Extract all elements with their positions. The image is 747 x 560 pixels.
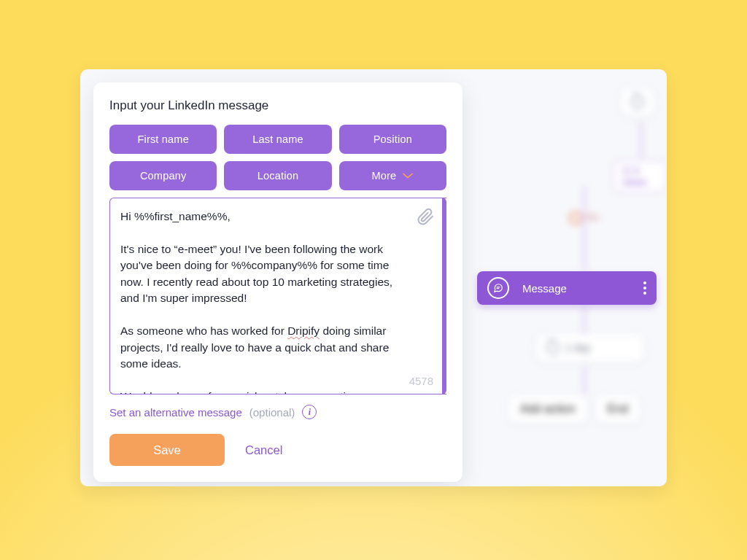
flow-line bbox=[584, 367, 585, 394]
flow-end-button[interactable]: End bbox=[595, 394, 640, 424]
optional-label: (optional) bbox=[249, 406, 295, 419]
flow-branch-no: No bbox=[569, 211, 599, 225]
token-row-1: First name Last name Position bbox=[109, 125, 446, 154]
flow-add-action-button[interactable]: Add action bbox=[508, 394, 588, 424]
flow-no-text: No bbox=[587, 211, 599, 222]
character-count: 4578 bbox=[406, 375, 433, 387]
alternative-message-row: Set an alternative message (optional) i bbox=[109, 405, 446, 419]
flow-condition-viewed: ☑ If viewe bbox=[613, 160, 667, 192]
editor-scrollbar[interactable] bbox=[442, 198, 446, 394]
token-position[interactable]: Position bbox=[339, 125, 446, 154]
flow-node-top bbox=[620, 88, 655, 117]
flow-line bbox=[584, 307, 585, 333]
flow-add-row: Add action End bbox=[508, 394, 640, 424]
save-button[interactable]: Save bbox=[109, 434, 225, 466]
no-dot-icon bbox=[569, 211, 582, 225]
linkedin-message-modal: Input your LinkedIn message First name L… bbox=[93, 82, 462, 482]
token-row-2: Company Location More bbox=[109, 161, 446, 190]
set-alternative-link[interactable]: Set an alternative message bbox=[109, 406, 242, 419]
flow-delay-text: 1 day bbox=[565, 342, 590, 354]
info-icon[interactable]: i bbox=[302, 405, 317, 419]
modal-button-row: Save Cancel bbox=[109, 434, 446, 466]
flow-message-node[interactable]: Message bbox=[477, 271, 657, 305]
flow-delay-node: 1 day bbox=[535, 333, 645, 362]
chat-bubble-icon bbox=[487, 277, 509, 299]
modal-title: Input your LinkedIn message bbox=[109, 98, 446, 113]
token-first-name[interactable]: First name bbox=[109, 125, 217, 154]
app-stage: ☑ If viewe No 1 day Add action End Messa… bbox=[80, 69, 667, 486]
timer-icon bbox=[631, 96, 644, 109]
token-more-dropdown[interactable]: More bbox=[339, 161, 446, 190]
token-location[interactable]: Location bbox=[224, 161, 331, 190]
token-more-label: More bbox=[371, 170, 396, 182]
flow-line bbox=[584, 230, 585, 270]
message-editor[interactable]: Hi %%first_name%%, It's nice to “e-meet”… bbox=[109, 198, 446, 394]
kebab-menu-icon[interactable] bbox=[643, 281, 646, 295]
chevron-down-icon bbox=[402, 171, 414, 180]
cancel-button[interactable]: Cancel bbox=[245, 443, 282, 457]
token-last-name[interactable]: Last name bbox=[224, 125, 331, 154]
flow-line bbox=[640, 122, 642, 158]
attachment-icon[interactable] bbox=[417, 208, 435, 230]
message-editor-wrap: Hi %%first_name%%, It's nice to “e-meet”… bbox=[109, 198, 446, 394]
flow-condition-label: ☑ If viewe bbox=[622, 166, 646, 187]
token-company[interactable]: Company bbox=[109, 161, 217, 190]
flow-message-node-label: Message bbox=[522, 282, 567, 295]
spelling-error: Dripify bbox=[287, 324, 320, 337]
timer-icon bbox=[546, 341, 560, 354]
